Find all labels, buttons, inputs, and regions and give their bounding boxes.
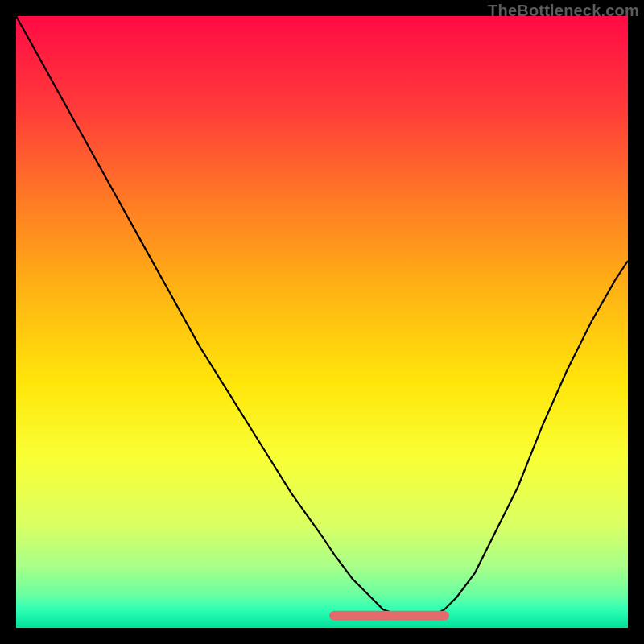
marker-dot xyxy=(416,612,424,620)
bottleneck-chart xyxy=(16,16,628,628)
marker-band-group xyxy=(330,612,448,620)
marker-dot xyxy=(379,612,387,620)
marker-dot xyxy=(330,612,338,620)
marker-dot xyxy=(367,612,375,620)
marker-dot xyxy=(428,612,436,620)
marker-dot xyxy=(403,612,411,620)
marker-dot xyxy=(342,612,350,620)
marker-dot xyxy=(355,612,363,620)
chart-frame: TheBottleneck.com xyxy=(0,0,644,644)
marker-dot xyxy=(391,612,399,620)
marker-dot xyxy=(440,612,448,620)
